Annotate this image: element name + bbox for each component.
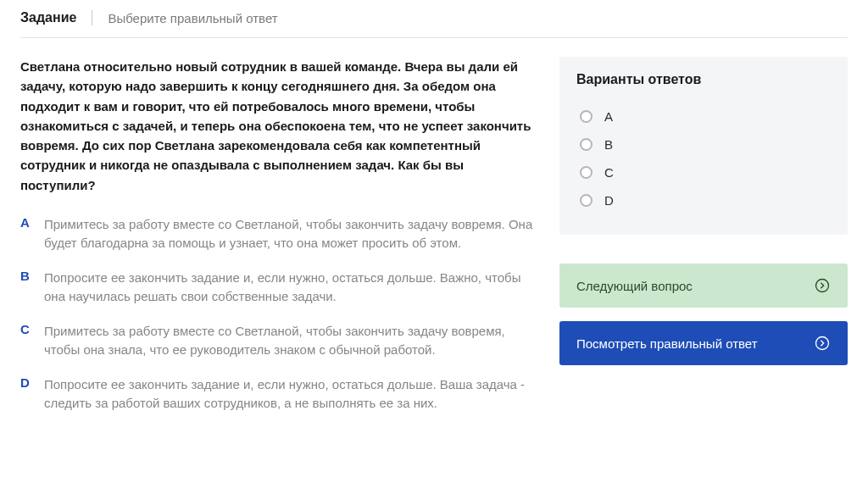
option-text: Попросите ее закончить задание и, если н… [44,269,537,307]
page-title: Задание [20,10,76,25]
option-text: Примитесь за работу вместе со Светланой,… [44,215,537,253]
radio-icon [580,138,593,151]
view-answer-button[interactable]: Посмотреть правильный ответ [559,321,848,365]
option-letter: D [20,375,32,390]
radio-icon [580,194,593,207]
answer-label: D [604,193,614,208]
header: Задание Выберите правильный ответ [20,10,848,38]
option-letter: C [20,322,32,336]
next-question-button[interactable]: Следующий вопрос [559,264,848,308]
options-list: A Примитесь за работу вместе со Светлано… [20,215,537,414]
answer-label: A [604,109,613,124]
content: Светлана относительно новый сотрудник в … [20,57,848,414]
svg-point-1 [816,337,829,350]
option-b: B Попросите ее закончить задание и, если… [20,269,537,307]
answers-panel: Варианты ответов A B C D [559,57,848,235]
answer-choice-b[interactable]: B [576,130,831,158]
answer-choice-d[interactable]: D [576,186,831,214]
answer-choice-c[interactable]: C [576,158,831,186]
page-subtitle: Выберите правильный ответ [108,11,277,25]
vertical-divider [92,10,92,25]
option-d: D Попросите ее закончить задание и, если… [20,375,537,414]
radio-icon [580,166,593,179]
answers-column: Варианты ответов A B C D Следующий вопро… [559,57,848,414]
option-text: Попросите ее закончить задание и, если н… [44,375,537,414]
answers-title: Варианты ответов [576,72,831,87]
button-label: Следующий вопрос [576,279,693,293]
arrow-right-circle-icon [814,335,831,352]
radio-icon [580,110,593,123]
answer-choice-a[interactable]: A [576,103,831,130]
question-text: Светлана относительно новый сотрудник в … [20,57,537,195]
option-letter: B [20,269,32,283]
question-column: Светлана относительно новый сотрудник в … [20,57,537,414]
arrow-right-circle-icon [814,277,831,294]
svg-point-0 [816,280,829,292]
option-c: C Примитесь за работу вместе со Светлано… [20,322,537,360]
option-a: A Примитесь за работу вместе со Светлано… [20,215,537,253]
answer-label: B [604,137,613,152]
option-text: Примитесь за работу вместе со Светланой,… [44,322,537,360]
button-label: Посмотреть правильный ответ [576,336,758,351]
option-letter: A [20,215,32,230]
answer-label: C [604,165,614,180]
